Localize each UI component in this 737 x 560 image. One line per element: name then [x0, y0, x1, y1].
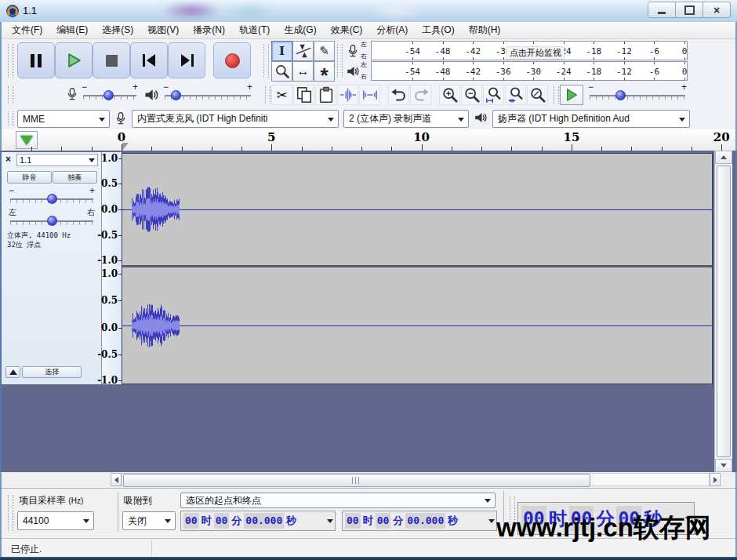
meter-channel-labels: 左右 [361, 41, 371, 60]
skip-to-end-button[interactable] [168, 42, 205, 78]
playback-volume-slider[interactable]: −+ [162, 83, 254, 105]
recording-channels-select[interactable]: 2 (立体声) 录制声道 [343, 110, 469, 128]
vertical-scrollbar-thumb[interactable] [717, 165, 731, 457]
pinned-playhead-button[interactable] [16, 131, 38, 149]
glass-reflection [368, 2, 423, 20]
selection-range-mode-select[interactable]: 选区的起点和终点 [180, 493, 496, 508]
timeline-ruler[interactable]: 05101520 [0, 129, 737, 151]
redo-button[interactable] [410, 85, 431, 105]
toolbar-grip[interactable] [8, 495, 13, 531]
toolbar-grip[interactable] [8, 86, 13, 104]
track-name-menu[interactable]: 1.1 [16, 154, 98, 166]
minimize-button[interactable] [648, 2, 676, 18]
menu-tracks[interactable]: 轨道(T) [232, 21, 277, 39]
audio-host-select[interactable]: MME [17, 110, 110, 128]
mixer-play-icon [143, 87, 159, 106]
close-button[interactable]: × [703, 2, 731, 18]
horizontal-scrollbar-thumb[interactable] [123, 474, 590, 487]
multi-tool-button[interactable]: * [314, 61, 335, 82]
fit-project-button[interactable] [505, 85, 526, 105]
mute-button[interactable]: 静音 [7, 171, 52, 184]
scroll-up-button[interactable] [715, 151, 732, 164]
slider-thumb[interactable] [47, 194, 57, 204]
toolbar-grip[interactable] [554, 86, 559, 104]
chevron-down-icon[interactable] [488, 519, 495, 523]
scroll-left-button[interactable] [111, 473, 122, 486]
slider-thumb[interactable] [615, 90, 626, 100]
track-close-button[interactable]: × [5, 155, 11, 164]
skip-to-start-button[interactable] [130, 42, 168, 78]
minus-label: − [9, 185, 14, 196]
menu-generate[interactable]: 生成(G) [277, 21, 323, 39]
paste-button[interactable] [315, 85, 336, 105]
toolbar-grip[interactable] [337, 44, 343, 78]
restore-button[interactable] [675, 2, 703, 18]
menu-view[interactable]: 视图(V) [140, 21, 186, 39]
menu-tools[interactable]: 工具(O) [415, 21, 461, 39]
waveform-canvas[interactable] [122, 154, 712, 384]
collapse-track-button[interactable] [5, 366, 20, 378]
cut-button[interactable]: ✂ [271, 85, 292, 105]
scroll-right-button[interactable] [710, 473, 721, 486]
zoom-in-button[interactable] [439, 85, 460, 105]
recording-device-select[interactable]: 内置式麦克风 (IDT High Definiti [132, 110, 339, 128]
toolbar-grip[interactable] [263, 44, 269, 78]
track-gain-slider[interactable]: −+ [7, 187, 96, 207]
slider-thumb[interactable] [171, 90, 181, 100]
zoom-tool-button[interactable] [271, 61, 292, 82]
snap-to-select[interactable]: 关闭 [122, 511, 176, 530]
timeshift-tool-button[interactable]: ↔ [292, 61, 314, 82]
menu-analyze[interactable]: 分析(A) [369, 21, 415, 39]
menu-select[interactable]: 选择(S) [95, 21, 140, 39]
track-select-button[interactable]: 选择 [22, 366, 82, 378]
solo-button[interactable]: 独奏 [53, 171, 97, 184]
zoom-selection-button[interactable] [483, 85, 504, 105]
project-rate-select[interactable]: 44100 [17, 511, 94, 530]
record-button[interactable] [213, 42, 251, 78]
vertical-scale-ruler[interactable]: 1.00.50.0-0.5-1.01.00.50.0-0.5-1.0 [102, 152, 122, 384]
play-button[interactable] [55, 42, 93, 78]
plus-label: + [89, 185, 95, 196]
track-pan-slider[interactable]: 左 右 [7, 209, 96, 229]
playback-meter[interactable]: 左右 -54-48-42-36-30-24-18-12-60 [345, 61, 688, 81]
play-speed-slider[interactable]: −+ [586, 83, 688, 105]
menu-help[interactable]: 帮助(H) [462, 21, 508, 39]
zoom-out-button[interactable] [461, 85, 482, 105]
trim-audio-button[interactable] [337, 85, 358, 105]
menu-transport[interactable]: 播录(N) [186, 21, 232, 39]
recording-volume-slider[interactable]: −+ [80, 83, 140, 105]
menu-edit[interactable]: 编辑(E) [49, 21, 95, 39]
paste-icon [318, 86, 335, 104]
selection-start-time[interactable]: 00时 00分 00.000秒 [180, 511, 336, 531]
meter-monitor-hint[interactable]: 点击开始监视 [506, 46, 565, 60]
toolbar-grip[interactable] [8, 44, 13, 78]
menu-effect[interactable]: 效果(C) [324, 21, 370, 39]
playback-meter-bar[interactable]: -54-48-42-36-30-24-18-12-60 [371, 61, 688, 81]
copy-button[interactable] [293, 85, 314, 105]
selection-tool-button[interactable]: I [271, 41, 292, 61]
play-at-speed-button[interactable] [560, 85, 583, 105]
input-device-icon [114, 111, 127, 129]
toolbar-grip[interactable] [8, 111, 13, 126]
zoom-toggle-button[interactable] [527, 85, 548, 105]
chevron-down-icon [99, 118, 105, 122]
vertical-scrollbar[interactable] [714, 151, 732, 472]
pause-button[interactable] [17, 42, 55, 78]
menu-file[interactable]: 文件(F) [5, 21, 49, 39]
slider-thumb[interactable] [47, 216, 57, 226]
selection-end-time[interactable]: 00时 00分 00.000秒 [342, 511, 497, 531]
chevron-down-icon[interactable] [327, 519, 333, 523]
toolbar-grip[interactable] [265, 86, 270, 104]
undo-button[interactable] [388, 85, 409, 105]
scroll-down-button[interactable] [715, 459, 732, 472]
silence-audio-button[interactable] [359, 85, 380, 105]
asterisk-icon: * [320, 72, 328, 78]
playback-device-select[interactable]: 扬声器 (IDT High Definition Aud [492, 110, 690, 128]
envelope-tool-button[interactable] [292, 41, 314, 61]
divider [151, 541, 152, 555]
title-bar[interactable]: 1.1 × [0, 0, 737, 22]
track-bitdepth-info: 32位 浮点 [7, 240, 41, 250]
draw-tool-button[interactable]: ✎ [314, 41, 335, 61]
stop-button[interactable] [93, 42, 130, 78]
right-arrow-icon [713, 477, 717, 483]
